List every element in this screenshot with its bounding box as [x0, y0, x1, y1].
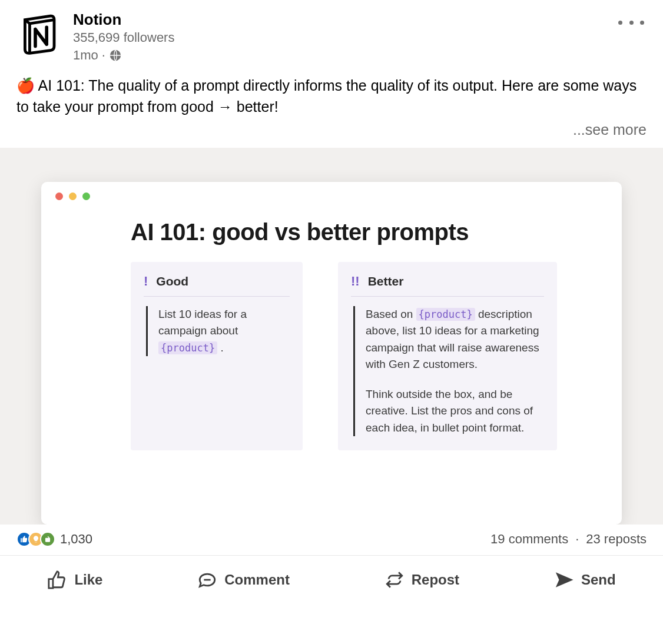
document-window: AI 101: good vs better prompts ! Good Li… [41, 182, 622, 525]
double-exclamation-icon: !! [351, 274, 360, 289]
good-card-body: List 10 ideas for a campaign about {prod… [146, 306, 290, 357]
reaction-count: 1,030 [60, 532, 92, 547]
minimize-dot-icon [69, 192, 77, 200]
product-token: {product} [158, 341, 217, 354]
author-name[interactable]: Notion [73, 11, 647, 29]
globe-icon [109, 49, 122, 62]
comment-icon [197, 570, 217, 590]
repost-label: Repost [412, 572, 459, 588]
zoom-dot-icon [82, 192, 90, 200]
reaction-icons [16, 532, 55, 547]
thumbs-up-icon [47, 570, 67, 590]
clap-reaction-icon [40, 532, 55, 547]
better-card: !! Better Based on {product} description… [338, 262, 557, 451]
post-meta: 1mo · [73, 48, 647, 63]
comparison-cards: ! Good List 10 ideas for a campaign abou… [55, 262, 608, 451]
post-image[interactable]: AI 101: good vs better prompts ! Good Li… [0, 148, 663, 525]
better-card-body: Based on {product} description above, li… [353, 306, 544, 437]
repost-icon [384, 570, 405, 590]
better-card-title: Better [368, 274, 404, 288]
post-text: 🍎 AI 101: The quality of a prompt direct… [0, 68, 663, 118]
post-header: Notion 355,699 followers 1mo · [0, 0, 663, 68]
post-age: 1mo [73, 48, 98, 63]
author-identity: Notion 355,699 followers 1mo · [73, 9, 647, 63]
good-text-b: . [217, 341, 224, 354]
better-text-p2: Think outside the box, and be creative. … [366, 386, 544, 437]
close-dot-icon [55, 192, 63, 200]
document-title: AI 101: good vs better prompts [55, 211, 608, 262]
author-avatar[interactable] [16, 9, 64, 57]
see-more-button[interactable]: ...see more [0, 118, 663, 148]
window-traffic-lights [55, 190, 608, 211]
notion-logo-icon [16, 9, 64, 57]
send-label: Send [581, 572, 616, 588]
comment-count[interactable]: 19 comments [490, 532, 568, 547]
follower-count: 355,699 followers [73, 30, 647, 45]
good-card: ! Good List 10 ideas for a campaign abou… [131, 262, 303, 451]
product-token: {product} [416, 308, 475, 321]
action-bar: Like Comment Repost Send [0, 556, 663, 604]
comment-label: Comment [224, 572, 290, 588]
count-separator: · [575, 532, 579, 547]
repost-button[interactable]: Repost [370, 562, 473, 598]
like-label: Like [74, 572, 102, 588]
comment-button[interactable]: Comment [183, 562, 304, 598]
send-icon [554, 570, 574, 590]
good-text-a: List 10 ideas for a campaign about [158, 308, 247, 337]
meta-separator: · [102, 48, 105, 63]
like-button[interactable]: Like [33, 562, 117, 598]
social-post: Notion 355,699 followers 1mo · 🍎 AI 101:… [0, 0, 663, 604]
reactions-summary[interactable]: 1,030 [16, 532, 92, 547]
better-text-a: Based on [366, 308, 416, 320]
social-counts-bar: 1,030 19 comments · 23 reposts [0, 525, 663, 556]
exclamation-icon: ! [144, 274, 148, 289]
send-button[interactable]: Send [540, 562, 630, 598]
more-options-button[interactable] [618, 14, 644, 31]
engagement-counts: 19 comments · 23 reposts [490, 532, 647, 547]
good-card-title: Good [156, 274, 188, 288]
repost-count[interactable]: 23 reposts [586, 532, 647, 547]
